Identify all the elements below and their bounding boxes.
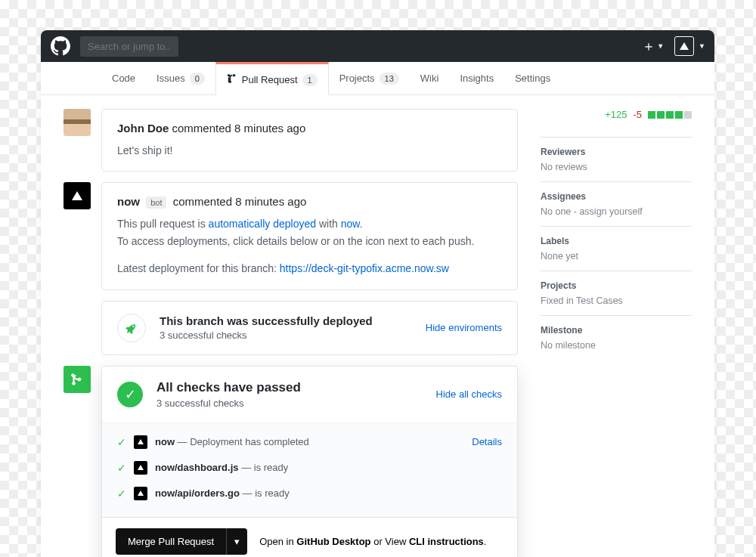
checks-title: All checks have passed (156, 380, 301, 395)
now-account-icon[interactable]: ▼ (674, 36, 705, 56)
checks-card: ✓ All checks have passed 3 successful ch… (101, 366, 518, 557)
check-icon: ✓ (117, 487, 126, 500)
github-desktop-link[interactable]: GitHub Desktop (296, 536, 370, 547)
bot-badge: bot (146, 196, 166, 209)
git-merge-icon (64, 366, 91, 393)
bot-comment-card: now bot commented 8 minutes ago This pul… (101, 182, 518, 289)
app-window: ＋▼ ▼ Code Issues0 Pull Request1 Projects… (41, 30, 714, 557)
diff-squares (648, 111, 692, 119)
deployment-url-link[interactable]: https://deck-git-typofix.acme.now.sw (280, 262, 449, 274)
checkmark-icon: ✓ (117, 382, 143, 407)
checks-subtitle: 3 successful checks (156, 398, 301, 409)
checks-list: ✓ now — Deployment has completed Details… (102, 423, 517, 518)
create-new-icon[interactable]: ＋▼ (642, 37, 664, 55)
merge-bar: Merge Pull Request ▾ Open in GitHub Desk… (102, 518, 517, 557)
comment-body: Latest deployment for this branch: https… (117, 260, 502, 277)
tab-settings[interactable]: Settings (504, 62, 561, 94)
search-input[interactable] (80, 36, 178, 57)
tab-insights[interactable]: Insights (449, 62, 504, 94)
hide-environments-link[interactable]: Hide enviroments (426, 322, 502, 333)
tab-issues[interactable]: Issues0 (146, 62, 215, 94)
reviewers-section[interactable]: Reviewers No reviews (541, 137, 692, 181)
labels-section[interactable]: Labels None yet (541, 226, 692, 271)
open-desktop-text: Open in GitHub Desktop or View CLI instr… (259, 536, 486, 547)
assignees-section[interactable]: Assignees No one - assign yourself (541, 181, 692, 226)
now-icon (134, 435, 147, 449)
comment-author[interactable]: John Doe (117, 122, 169, 135)
deploy-subtitle: 3 successful checks (160, 330, 373, 341)
user-avatar[interactable] (64, 109, 91, 136)
tab-wiki[interactable]: Wiki (410, 62, 450, 94)
check-details-link[interactable]: Details (472, 436, 502, 447)
tab-pull-request[interactable]: Pull Request1 (215, 62, 329, 95)
check-row: ✓ now/api/orders.go — is ready (117, 481, 502, 506)
comment-author[interactable]: now (117, 195, 140, 208)
now-icon (134, 461, 147, 475)
git-pull-request-icon (227, 73, 237, 86)
pr-sidebar: +125 -5 Reviewers No reviews Assignees N… (541, 109, 692, 557)
comment-header: now bot commented 8 minutes ago (117, 195, 502, 208)
comment-card: John Doe commented 8 minutes ago Let's s… (101, 109, 518, 172)
comment-body: This pull request is automatically deplo… (117, 215, 502, 249)
github-logo-icon[interactable] (50, 36, 71, 57)
tab-code[interactable]: Code (101, 62, 146, 94)
auto-deploy-link[interactable]: automatically deployed (209, 218, 316, 230)
now-bot-icon[interactable] (64, 182, 91, 209)
cli-instructions-link[interactable]: CLI instructions (409, 536, 484, 547)
check-icon: ✓ (117, 436, 126, 448)
check-icon: ✓ (117, 462, 126, 474)
merge-dropdown-icon[interactable]: ▾ (226, 528, 247, 555)
hide-checks-link[interactable]: Hide all checks (436, 388, 502, 400)
milestone-section[interactable]: Milestone No milestone (541, 315, 692, 360)
comment-body: Let's ship it! (117, 142, 502, 159)
now-icon (134, 487, 147, 500)
repo-tabs: Code Issues0 Pull Request1 Projects13 Wi… (41, 62, 714, 95)
tab-projects[interactable]: Projects13 (329, 62, 410, 94)
check-row: ✓ now — Deployment has completed Details (117, 429, 502, 455)
deployment-status-card: This branch was successfully deployed 3 … (101, 301, 518, 355)
projects-section[interactable]: Projects Fixed in Test Cases (541, 271, 692, 315)
top-bar: ＋▼ ▼ (41, 30, 714, 62)
comment-header: John Doe commented 8 minutes ago (117, 122, 502, 135)
deploy-title: This branch was successfully deployed (160, 314, 373, 327)
now-link[interactable]: now (341, 218, 360, 230)
check-row: ✓ now/dashboard.js — is ready (117, 455, 502, 481)
diff-stat: +125 -5 (541, 109, 692, 120)
merge-pull-request-button[interactable]: Merge Pull Request ▾ (116, 528, 247, 555)
rocket-icon (117, 314, 146, 342)
